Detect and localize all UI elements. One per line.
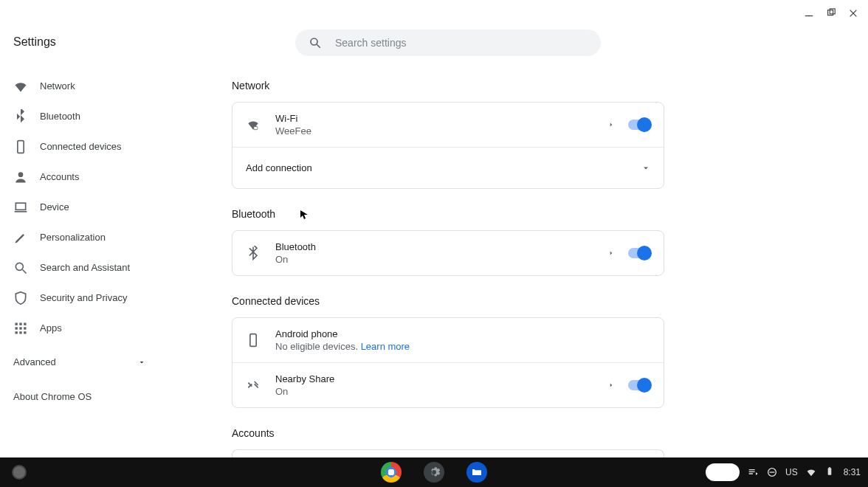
svg-rect-17 [16, 331, 18, 334]
sidebar-item-security-privacy[interactable]: Security and Privacy [13, 283, 176, 313]
section-heading-network: Network [232, 80, 664, 91]
section-heading-bluetooth: Bluetooth [232, 208, 664, 220]
svg-rect-11 [16, 322, 18, 325]
dnd-tray-icon[interactable] [766, 466, 778, 478]
wifi-row[interactable]: Wi-Fi WeeFee [232, 103, 664, 147]
launcher-button[interactable] [12, 465, 27, 480]
mouse-cursor [300, 210, 309, 219]
svg-point-9 [16, 263, 23, 270]
advanced-toggle[interactable]: Advanced [13, 356, 146, 367]
svg-rect-13 [24, 322, 26, 325]
about-chrome-os[interactable]: About Chrome OS [13, 391, 176, 402]
bluetooth-title: Bluetooth [275, 241, 602, 252]
search-input[interactable] [335, 37, 588, 49]
sidebar-item-label: Connected devices [40, 141, 122, 152]
nearby-status: On [275, 386, 602, 397]
sidebar-item-label: Search and Assistant [40, 262, 130, 273]
chevron-right-icon [607, 249, 615, 257]
nearby-title: Nearby Share [275, 373, 602, 384]
bluetooth-card: Bluetooth On [232, 230, 664, 276]
bluetooth-toggle[interactable] [628, 248, 650, 258]
svg-rect-1 [828, 10, 833, 15]
chevron-right-icon [607, 381, 615, 389]
music-tray-icon[interactable] [747, 466, 759, 478]
nearby-share-toggle[interactable] [628, 380, 650, 390]
pencil-icon [13, 230, 28, 245]
wifi-tray-icon[interactable] [805, 466, 817, 478]
svg-rect-26 [827, 468, 831, 474]
settings-app-icon[interactable] [424, 462, 444, 483]
bluetooth-icon [13, 109, 28, 124]
svg-line-10 [23, 269, 27, 273]
sidebar-item-accounts[interactable]: Accounts [13, 162, 176, 192]
sidebar-item-label: Apps [40, 322, 62, 334]
laptop-icon [13, 200, 28, 215]
notification-pill[interactable] [706, 463, 740, 481]
learn-more-link[interactable]: Learn more [361, 341, 410, 352]
files-app-icon[interactable] [466, 462, 487, 483]
android-phone-row[interactable]: Android phone No eligible devices. Learn… [232, 318, 664, 362]
shelf-apps [381, 462, 487, 483]
bluetooth-row-main: Bluetooth On [275, 241, 602, 265]
svg-line-21 [317, 44, 320, 48]
svg-point-20 [311, 38, 317, 45]
sidebar-item-label: Personalization [40, 232, 106, 243]
svg-rect-12 [19, 322, 21, 325]
sidebar-item-personalization[interactable]: Personalization [13, 222, 176, 252]
svg-rect-19 [24, 331, 26, 334]
apps-grid-icon [13, 321, 28, 336]
sidebar-item-apps[interactable]: Apps [13, 313, 176, 343]
android-sub: No eligible devices. Learn more [275, 341, 650, 352]
search-bar[interactable] [295, 30, 601, 56]
sidebar: Settings Network Bluetooth Connected dev… [13, 35, 176, 402]
chrome-app-icon[interactable] [381, 462, 402, 483]
svg-point-6 [18, 172, 24, 177]
wifi-title: Wi-Fi [275, 113, 602, 124]
status-tray[interactable]: US 8:31 [706, 463, 861, 481]
sidebar-item-search-assistant[interactable]: Search and Assistant [13, 252, 176, 283]
ime-indicator[interactable]: US [785, 467, 798, 477]
android-row-main: Android phone No eligible devices. Learn… [275, 328, 650, 352]
wifi-network-name: WeeFee [275, 125, 602, 137]
svg-rect-18 [19, 331, 21, 334]
android-sub-text: No eligible devices. [275, 341, 361, 352]
close-button[interactable] [847, 7, 859, 19]
bluetooth-row[interactable]: Bluetooth On [232, 231, 664, 275]
advanced-label: Advanced [13, 356, 56, 367]
nearby-share-row[interactable]: Nearby Share On [232, 362, 664, 407]
search-icon [13, 260, 28, 275]
shelf: US 8:31 [0, 457, 868, 487]
minimize-button[interactable] [803, 7, 815, 19]
add-connection-row[interactable]: Add connection [232, 147, 664, 188]
maximize-button[interactable] [825, 7, 837, 19]
sidebar-item-device[interactable]: Device [13, 192, 176, 222]
search-icon [309, 36, 322, 49]
chevron-down-icon [641, 164, 650, 173]
sidebar-item-connected-devices[interactable]: Connected devices [13, 131, 176, 162]
settings-window: Settings Network Bluetooth Connected dev… [0, 0, 868, 487]
clock[interactable]: 8:31 [844, 467, 861, 477]
wifi-icon [13, 79, 28, 94]
android-title: Android phone [275, 328, 650, 339]
phone-icon [246, 333, 261, 348]
network-card: Wi-Fi WeeFee Add connection [232, 102, 664, 189]
svg-rect-23 [250, 334, 256, 347]
bluetooth-icon [246, 246, 261, 260]
nearby-share-icon [246, 378, 261, 393]
svg-rect-15 [19, 327, 21, 329]
nearby-row-main: Nearby Share On [275, 373, 602, 397]
sidebar-title: Settings [13, 35, 176, 49]
svg-rect-7 [16, 203, 25, 210]
sidebar-item-bluetooth[interactable]: Bluetooth [13, 101, 176, 131]
sidebar-item-label: Device [40, 201, 69, 213]
sidebar-item-network[interactable]: Network [13, 71, 176, 101]
wifi-toggle[interactable] [628, 120, 650, 130]
sidebar-item-label: Bluetooth [40, 111, 80, 122]
chevron-right-icon [607, 121, 615, 128]
battery-tray-icon[interactable] [824, 466, 836, 478]
wifi-row-main: Wi-Fi WeeFee [275, 113, 602, 137]
chevron-down-icon [137, 358, 146, 367]
add-connection-main: Add connection [246, 162, 636, 173]
bluetooth-status: On [275, 254, 602, 265]
connected-devices-card: Android phone No eligible devices. Learn… [232, 317, 664, 408]
